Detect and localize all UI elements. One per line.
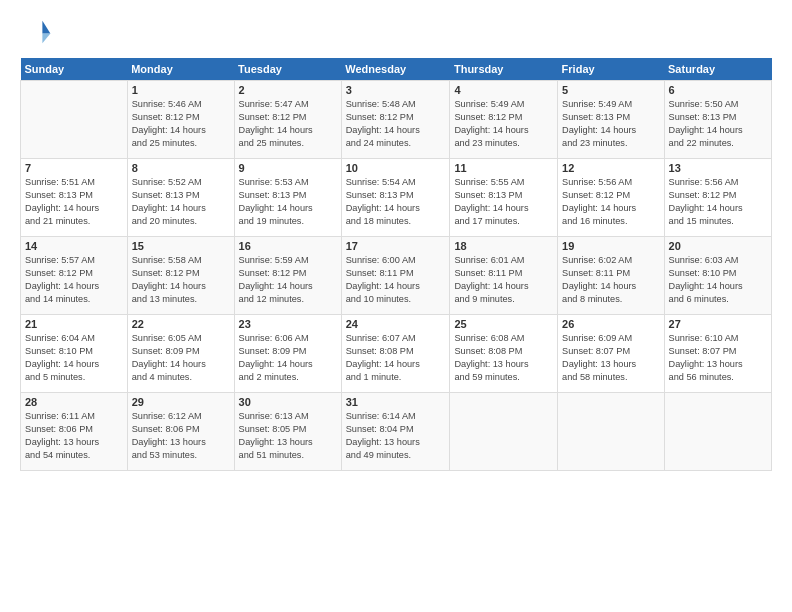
day-number: 25 (454, 318, 553, 330)
day-cell: 14Sunrise: 5:57 AMSunset: 8:12 PMDayligh… (21, 237, 128, 315)
day-info: Sunrise: 5:56 AMSunset: 8:12 PMDaylight:… (562, 176, 659, 228)
day-info: Sunrise: 6:02 AMSunset: 8:11 PMDaylight:… (562, 254, 659, 306)
day-info: Sunrise: 5:58 AMSunset: 8:12 PMDaylight:… (132, 254, 230, 306)
day-info: Sunrise: 5:59 AMSunset: 8:12 PMDaylight:… (239, 254, 337, 306)
day-cell: 24Sunrise: 6:07 AMSunset: 8:08 PMDayligh… (341, 315, 450, 393)
day-number: 24 (346, 318, 446, 330)
day-cell: 4Sunrise: 5:49 AMSunset: 8:12 PMDaylight… (450, 81, 558, 159)
header (20, 16, 772, 48)
day-number: 2 (239, 84, 337, 96)
day-number: 9 (239, 162, 337, 174)
logo-icon (20, 16, 52, 48)
day-number: 7 (25, 162, 123, 174)
day-number: 29 (132, 396, 230, 408)
day-cell: 21Sunrise: 6:04 AMSunset: 8:10 PMDayligh… (21, 315, 128, 393)
day-number: 13 (669, 162, 767, 174)
day-number: 17 (346, 240, 446, 252)
day-cell: 1Sunrise: 5:46 AMSunset: 8:12 PMDaylight… (127, 81, 234, 159)
day-cell: 6Sunrise: 5:50 AMSunset: 8:13 PMDaylight… (664, 81, 771, 159)
day-cell: 9Sunrise: 5:53 AMSunset: 8:13 PMDaylight… (234, 159, 341, 237)
day-cell: 27Sunrise: 6:10 AMSunset: 8:07 PMDayligh… (664, 315, 771, 393)
day-number: 22 (132, 318, 230, 330)
day-cell: 17Sunrise: 6:00 AMSunset: 8:11 PMDayligh… (341, 237, 450, 315)
day-cell: 13Sunrise: 5:56 AMSunset: 8:12 PMDayligh… (664, 159, 771, 237)
day-info: Sunrise: 5:55 AMSunset: 8:13 PMDaylight:… (454, 176, 553, 228)
day-cell: 5Sunrise: 5:49 AMSunset: 8:13 PMDaylight… (558, 81, 664, 159)
day-number: 10 (346, 162, 446, 174)
day-info: Sunrise: 6:07 AMSunset: 8:08 PMDaylight:… (346, 332, 446, 384)
day-cell: 18Sunrise: 6:01 AMSunset: 8:11 PMDayligh… (450, 237, 558, 315)
day-info: Sunrise: 6:13 AMSunset: 8:05 PMDaylight:… (239, 410, 337, 462)
day-info: Sunrise: 6:09 AMSunset: 8:07 PMDaylight:… (562, 332, 659, 384)
day-number: 28 (25, 396, 123, 408)
day-cell: 25Sunrise: 6:08 AMSunset: 8:08 PMDayligh… (450, 315, 558, 393)
day-info: Sunrise: 6:08 AMSunset: 8:08 PMDaylight:… (454, 332, 553, 384)
day-number: 1 (132, 84, 230, 96)
day-cell: 12Sunrise: 5:56 AMSunset: 8:12 PMDayligh… (558, 159, 664, 237)
day-number: 19 (562, 240, 659, 252)
day-number: 15 (132, 240, 230, 252)
svg-marker-1 (42, 34, 50, 44)
day-cell: 22Sunrise: 6:05 AMSunset: 8:09 PMDayligh… (127, 315, 234, 393)
day-info: Sunrise: 6:01 AMSunset: 8:11 PMDaylight:… (454, 254, 553, 306)
week-row-2: 7Sunrise: 5:51 AMSunset: 8:13 PMDaylight… (21, 159, 772, 237)
logo (20, 16, 56, 48)
day-number: 11 (454, 162, 553, 174)
day-info: Sunrise: 6:10 AMSunset: 8:07 PMDaylight:… (669, 332, 767, 384)
day-info: Sunrise: 5:53 AMSunset: 8:13 PMDaylight:… (239, 176, 337, 228)
day-cell: 3Sunrise: 5:48 AMSunset: 8:12 PMDaylight… (341, 81, 450, 159)
day-number: 14 (25, 240, 123, 252)
day-info: Sunrise: 5:57 AMSunset: 8:12 PMDaylight:… (25, 254, 123, 306)
day-info: Sunrise: 5:49 AMSunset: 8:13 PMDaylight:… (562, 98, 659, 150)
day-number: 26 (562, 318, 659, 330)
header-row: Sunday Monday Tuesday Wednesday Thursday… (21, 58, 772, 81)
day-info: Sunrise: 5:46 AMSunset: 8:12 PMDaylight:… (132, 98, 230, 150)
day-number: 12 (562, 162, 659, 174)
day-info: Sunrise: 6:05 AMSunset: 8:09 PMDaylight:… (132, 332, 230, 384)
col-saturday: Saturday (664, 58, 771, 81)
day-number: 31 (346, 396, 446, 408)
day-number: 6 (669, 84, 767, 96)
day-cell: 20Sunrise: 6:03 AMSunset: 8:10 PMDayligh… (664, 237, 771, 315)
day-number: 23 (239, 318, 337, 330)
col-friday: Friday (558, 58, 664, 81)
day-number: 20 (669, 240, 767, 252)
day-cell (450, 393, 558, 471)
day-info: Sunrise: 5:51 AMSunset: 8:13 PMDaylight:… (25, 176, 123, 228)
day-cell: 19Sunrise: 6:02 AMSunset: 8:11 PMDayligh… (558, 237, 664, 315)
day-cell: 8Sunrise: 5:52 AMSunset: 8:13 PMDaylight… (127, 159, 234, 237)
week-row-4: 21Sunrise: 6:04 AMSunset: 8:10 PMDayligh… (21, 315, 772, 393)
day-cell: 16Sunrise: 5:59 AMSunset: 8:12 PMDayligh… (234, 237, 341, 315)
col-tuesday: Tuesday (234, 58, 341, 81)
page: Sunday Monday Tuesday Wednesday Thursday… (0, 0, 792, 612)
day-number: 27 (669, 318, 767, 330)
day-info: Sunrise: 5:52 AMSunset: 8:13 PMDaylight:… (132, 176, 230, 228)
calendar-table: Sunday Monday Tuesday Wednesday Thursday… (20, 58, 772, 471)
day-number: 16 (239, 240, 337, 252)
day-info: Sunrise: 6:06 AMSunset: 8:09 PMDaylight:… (239, 332, 337, 384)
day-info: Sunrise: 6:04 AMSunset: 8:10 PMDaylight:… (25, 332, 123, 384)
day-info: Sunrise: 5:54 AMSunset: 8:13 PMDaylight:… (346, 176, 446, 228)
day-cell: 28Sunrise: 6:11 AMSunset: 8:06 PMDayligh… (21, 393, 128, 471)
day-cell: 11Sunrise: 5:55 AMSunset: 8:13 PMDayligh… (450, 159, 558, 237)
day-cell (558, 393, 664, 471)
col-thursday: Thursday (450, 58, 558, 81)
col-monday: Monday (127, 58, 234, 81)
day-cell: 15Sunrise: 5:58 AMSunset: 8:12 PMDayligh… (127, 237, 234, 315)
day-cell: 23Sunrise: 6:06 AMSunset: 8:09 PMDayligh… (234, 315, 341, 393)
day-number: 21 (25, 318, 123, 330)
day-number: 5 (562, 84, 659, 96)
day-cell: 10Sunrise: 5:54 AMSunset: 8:13 PMDayligh… (341, 159, 450, 237)
day-info: Sunrise: 5:49 AMSunset: 8:12 PMDaylight:… (454, 98, 553, 150)
day-info: Sunrise: 6:11 AMSunset: 8:06 PMDaylight:… (25, 410, 123, 462)
col-wednesday: Wednesday (341, 58, 450, 81)
day-cell: 29Sunrise: 6:12 AMSunset: 8:06 PMDayligh… (127, 393, 234, 471)
day-cell (664, 393, 771, 471)
day-info: Sunrise: 6:03 AMSunset: 8:10 PMDaylight:… (669, 254, 767, 306)
day-info: Sunrise: 5:47 AMSunset: 8:12 PMDaylight:… (239, 98, 337, 150)
day-cell: 30Sunrise: 6:13 AMSunset: 8:05 PMDayligh… (234, 393, 341, 471)
day-info: Sunrise: 5:50 AMSunset: 8:13 PMDaylight:… (669, 98, 767, 150)
day-cell: 31Sunrise: 6:14 AMSunset: 8:04 PMDayligh… (341, 393, 450, 471)
week-row-1: 1Sunrise: 5:46 AMSunset: 8:12 PMDaylight… (21, 81, 772, 159)
day-number: 30 (239, 396, 337, 408)
